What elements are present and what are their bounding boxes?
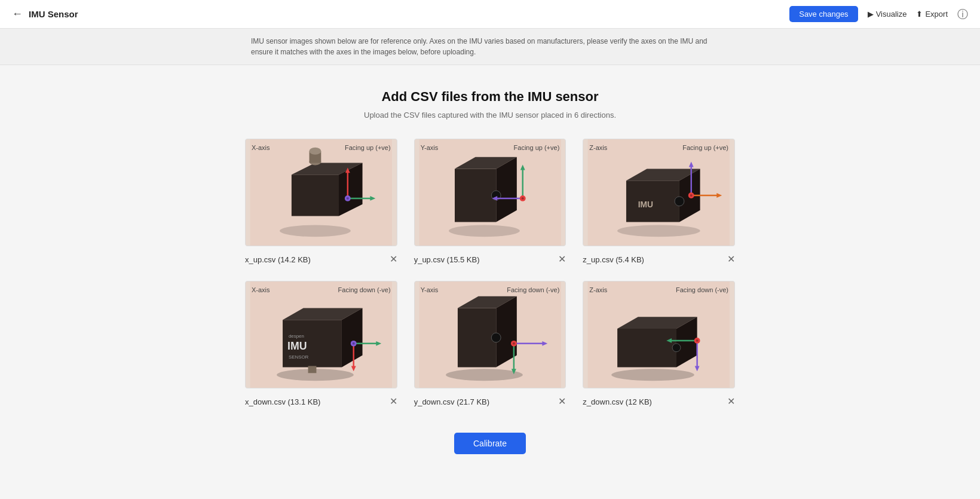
file-name-y_up: y_up.csv (15.5 KB) [414,255,480,264]
file-name-x_down: x_down.csv (13.1 KB) [245,397,320,406]
export-button[interactable]: ⬆ Export [916,10,948,19]
svg-point-32 [675,197,684,206]
app-header: ← IMU Sensor Save changes ▶ Visualize ⬆ … [0,0,980,29]
sensor-item-z_down: Z-axis Facing down (-ve) z_down.csv (12 [583,281,735,409]
file-name-z_up: z_up.csv (5.4 KB) [583,255,644,264]
sensor-image-card-x_up[interactable]: X-axis Facing up (+ve) [245,139,397,246]
main-content: Add CSV files from the IMU sensor Upload… [233,65,747,499]
play-icon: ▶ [868,10,874,19]
header-right: Save changes ▶ Visualize ⬆ Export ⓘ [789,6,968,22]
remove-button-y_down[interactable]: ✕ [558,397,566,406]
direction-label-y_down: Facing down (-ve) [507,286,559,293]
sensor-item-z_up: Z-axis Facing up (+ve) IMU [583,139,735,267]
svg-point-15 [449,225,520,237]
svg-marker-2 [292,175,339,216]
notice-banner: IMU sensor images shown below are for re… [0,29,980,65]
svg-point-1 [280,225,351,237]
visualize-button[interactable]: ▶ Visualize [868,10,907,19]
file-name-z_down: z_down.csv (12 KB) [583,397,652,406]
sensor-image-card-z_down[interactable]: Z-axis Facing down (-ve) [583,281,735,388]
svg-point-25 [521,197,523,200]
sensor-grid: X-axis Facing up (+ve) [245,139,735,409]
svg-point-53 [353,342,355,345]
svg-text:SENSOR: SENSOR [289,354,309,360]
svg-point-67 [612,369,694,381]
svg-point-77 [696,339,699,342]
sensor-image-card-y_up[interactable]: Y-axis Facing up (+ve) [414,139,566,246]
calibrate-button[interactable]: Calibrate [454,433,526,454]
direction-label-x_up: Facing up (+ve) [345,144,391,151]
notice-text: IMU sensor images shown below are for re… [251,36,729,57]
sensor-item-x_down: X-axis Facing down (-ve) despen IMU SENS… [245,281,397,409]
svg-point-59 [491,333,501,342]
axis-label-z_down: Z-axis [589,286,607,293]
file-info-z_up: z_up.csv (5.4 KB) ✕ [583,252,735,267]
sensor-image-card-x_down[interactable]: X-axis Facing down (-ve) despen IMU SENS… [245,281,397,388]
page-title: IMU Sensor [29,9,78,19]
remove-button-y_up[interactable]: ✕ [558,255,566,264]
svg-marker-56 [458,308,496,368]
export-icon: ⬆ [916,10,923,19]
file-info-z_down: z_down.csv (12 KB) ✕ [583,394,735,409]
svg-text:IMU: IMU [287,340,307,352]
axis-label-y_down: Y-axis [421,286,439,293]
svg-point-27 [617,225,700,237]
calibrate-section: Calibrate [245,433,735,478]
file-name-y_down: y_down.csv (21.7 KB) [414,397,489,406]
remove-button-z_down[interactable]: ✕ [727,397,735,406]
sensor-item-x_up: X-axis Facing up (+ve) [245,139,397,267]
svg-point-7 [310,148,321,155]
save-button[interactable]: Save changes [789,6,858,22]
header-left: ← IMU Sensor [12,8,78,20]
axis-label-x_down: X-axis [252,286,270,293]
file-info-x_down: x_down.csv (13.1 KB) ✕ [245,394,397,409]
page-subheading: Upload the CSV files captured with the I… [245,111,735,120]
file-info-y_down: y_down.csv (21.7 KB) ✕ [414,394,566,409]
remove-button-x_down[interactable]: ✕ [390,397,397,406]
help-icon: ⓘ [957,8,968,20]
svg-point-13 [347,197,349,200]
page-heading: Add CSV files from the IMU sensor [245,89,735,105]
svg-marker-16 [455,169,496,222]
remove-button-x_up[interactable]: ✕ [390,255,397,264]
help-button[interactable]: ⓘ [957,7,968,22]
svg-rect-47 [308,366,317,373]
svg-text:IMU: IMU [638,200,653,209]
direction-label-x_down: Facing down (-ve) [338,286,391,293]
remove-button-z_up[interactable]: ✕ [727,255,735,264]
direction-label-z_down: Facing down (-ve) [676,286,728,293]
axis-label-x_up: X-axis [252,144,270,151]
svg-point-65 [513,342,515,345]
svg-point-55 [446,369,523,381]
back-icon: ← [12,8,23,20]
sensor-image-card-y_down[interactable]: Y-axis Facing down (-ve) [414,281,566,388]
back-button[interactable]: ← [12,8,23,20]
svg-point-71 [672,344,681,352]
svg-point-38 [690,194,693,197]
axis-label-z_up: Z-axis [589,144,607,151]
svg-marker-68 [617,329,676,367]
file-info-y_up: y_up.csv (15.5 KB) ✕ [414,252,566,267]
axis-label-y_up: Y-axis [421,144,439,151]
sensor-item-y_up: Y-axis Facing up (+ve) y_up.csv (15.5 K [414,139,566,267]
direction-label-z_up: Facing up (+ve) [682,144,728,151]
svg-text:despen: despen [289,333,304,339]
direction-label-y_up: Facing up (+ve) [514,144,560,151]
sensor-item-y_down: Y-axis Facing down (-ve) y_down.csv (21 [414,281,566,409]
sensor-image-card-z_up[interactable]: Z-axis Facing up (+ve) IMU [583,139,735,246]
file-info-x_up: x_up.csv (14.2 KB) ✕ [245,252,397,267]
file-name-x_up: x_up.csv (14.2 KB) [245,255,311,264]
